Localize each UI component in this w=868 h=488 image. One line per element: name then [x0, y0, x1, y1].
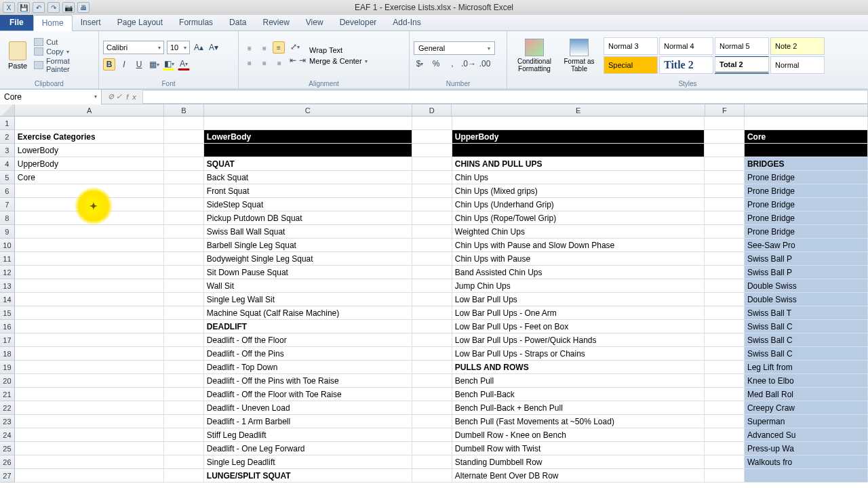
- cell-C6[interactable]: Front Squat: [204, 184, 412, 198]
- cell-F14[interactable]: [705, 293, 745, 306]
- cell-F7[interactable]: [705, 198, 745, 211]
- cell-B15[interactable]: [164, 306, 204, 320]
- col-header-E[interactable]: E: [452, 104, 705, 116]
- cell-F25[interactable]: [705, 442, 745, 455]
- fx-label[interactable]: ⊘ ✓ fx: [102, 92, 142, 101]
- cell-G13[interactable]: Double Swiss: [745, 279, 868, 293]
- decrease-font-icon[interactable]: A▾: [208, 41, 220, 54]
- cell-F17[interactable]: [705, 333, 745, 347]
- cell-C26[interactable]: Single Leg Deadlift: [204, 455, 412, 469]
- cell-E15[interactable]: Low Bar Pull Ups - One Arm: [452, 306, 705, 320]
- format-as-table-button[interactable]: Format as Table: [560, 39, 598, 73]
- cell-A10[interactable]: [15, 239, 164, 252]
- italic-button[interactable]: I: [118, 58, 130, 70]
- copy-button[interactable]: Copy▾: [34, 47, 94, 56]
- fill-color-button[interactable]: ◧▾: [163, 58, 175, 70]
- cell-E14[interactable]: Low Bar Pull Ups: [452, 293, 705, 306]
- cell-F15[interactable]: [705, 306, 745, 320]
- cell-B25[interactable]: [164, 442, 204, 455]
- cell-E4[interactable]: CHINS AND PULL UPS: [452, 157, 705, 171]
- decrease-indent-button[interactable]: ⇤: [289, 54, 297, 66]
- cell-C23[interactable]: Deadlift - 1 Arm Barbell: [204, 415, 412, 428]
- cell-E3[interactable]: [452, 144, 705, 157]
- row-header[interactable]: 3: [0, 144, 15, 157]
- decrease-decimal-button[interactable]: .00: [479, 58, 491, 70]
- underline-button[interactable]: U: [133, 58, 145, 70]
- cell-F10[interactable]: [705, 239, 745, 252]
- cell-B13[interactable]: [164, 279, 204, 293]
- cell-B21[interactable]: [164, 388, 204, 401]
- cell-C4[interactable]: SQUAT: [204, 157, 412, 171]
- cell-B9[interactable]: [164, 225, 204, 239]
- cell-A22[interactable]: [15, 401, 164, 415]
- paste-button[interactable]: Paste: [4, 40, 31, 71]
- tab-formulas[interactable]: Formulas: [171, 14, 221, 30]
- cell-A23[interactable]: [15, 415, 164, 428]
- cell-E13[interactable]: Jump Chin Ups: [452, 279, 705, 293]
- cell-B16[interactable]: [164, 320, 204, 333]
- cell-F19[interactable]: [705, 361, 745, 374]
- cell-E18[interactable]: Low Bar Pull Ups - Straps or Chains: [452, 347, 705, 361]
- row-header[interactable]: 14: [0, 293, 15, 306]
- select-all-button[interactable]: [0, 104, 15, 116]
- cell-C13[interactable]: Wall Sit: [204, 279, 412, 293]
- cell-C19[interactable]: Deadlift - Top Down: [204, 361, 412, 374]
- cell-A3[interactable]: LowerBody: [15, 144, 164, 157]
- cell-G2[interactable]: Core: [745, 130, 868, 144]
- cell-F8[interactable]: [705, 211, 745, 225]
- row-header[interactable]: 4: [0, 157, 15, 171]
- cell-C3[interactable]: [204, 144, 412, 157]
- cell-E9[interactable]: Weighted Chin Ups: [452, 225, 705, 239]
- cell-G20[interactable]: Knee to Elbo: [745, 374, 868, 388]
- row-header[interactable]: 20: [0, 374, 15, 388]
- row-header[interactable]: 13: [0, 279, 15, 293]
- cell-C2[interactable]: LowerBody: [204, 130, 412, 144]
- cell-E20[interactable]: Bench Pull: [452, 374, 705, 388]
- cell-D1[interactable]: [412, 117, 452, 130]
- cell-A11[interactable]: [15, 252, 164, 266]
- cell-G23[interactable]: Superman: [745, 415, 868, 428]
- cell-D11[interactable]: [412, 252, 452, 266]
- cell-G5[interactable]: Prone Bridge: [745, 171, 868, 184]
- cell-E24[interactable]: Dumbell Row - Knee on Bench: [452, 428, 705, 442]
- cell-B27[interactable]: [164, 469, 204, 483]
- cell-E8[interactable]: Chin Ups (Rope/Towel Grip): [452, 211, 705, 225]
- row-header[interactable]: 9: [0, 225, 15, 239]
- cell-B26[interactable]: [164, 455, 204, 469]
- tab-addins[interactable]: Add-Ins: [384, 14, 429, 30]
- cell-D13[interactable]: [412, 279, 452, 293]
- cell-G15[interactable]: Swiss Ball T: [745, 306, 868, 320]
- cell-B17[interactable]: [164, 333, 204, 347]
- row-header[interactable]: 5: [0, 171, 15, 184]
- cell-G24[interactable]: Advanced Su: [745, 428, 868, 442]
- cell-B7[interactable]: [164, 198, 204, 211]
- cell-D21[interactable]: [412, 388, 452, 401]
- cell-C11[interactable]: Bodyweight Single Leg Squat: [204, 252, 412, 266]
- cell-G16[interactable]: Swiss Ball C: [745, 320, 868, 333]
- cell-C5[interactable]: Back Squat: [204, 171, 412, 184]
- bold-button[interactable]: B: [103, 58, 115, 70]
- cell-E27[interactable]: Alternate Bent Over DB Row: [452, 469, 705, 483]
- cell-C12[interactable]: Sit Down Pause Squat: [204, 266, 412, 279]
- cell-A18[interactable]: [15, 347, 164, 361]
- cell-G10[interactable]: See-Saw Pro: [745, 239, 868, 252]
- cell-D9[interactable]: [412, 225, 452, 239]
- cell-B24[interactable]: [164, 428, 204, 442]
- cell-styles-gallery[interactable]: Normal 3 Normal 4 Normal 5 Note 2 Specia…: [604, 37, 825, 74]
- cell-C15[interactable]: Machine Squat (Calf Raise Machine): [204, 306, 412, 320]
- cell-F11[interactable]: [705, 252, 745, 266]
- row-header[interactable]: 1: [0, 117, 15, 130]
- cell-C21[interactable]: Deadlift - Off the Floor with Toe Raise: [204, 388, 412, 401]
- cell-G21[interactable]: Med Ball Rol: [745, 388, 868, 401]
- cell-G18[interactable]: Swiss Ball C: [745, 347, 868, 361]
- cell-A12[interactable]: [15, 266, 164, 279]
- cell-C10[interactable]: Barbell Single Leg Squat: [204, 239, 412, 252]
- cell-G12[interactable]: Swiss Ball P: [745, 266, 868, 279]
- cell-D24[interactable]: [412, 428, 452, 442]
- orientation-button[interactable]: ⤢▾: [289, 41, 301, 53]
- style-special[interactable]: Special: [604, 56, 658, 74]
- cell-B4[interactable]: [164, 157, 204, 171]
- style-total2[interactable]: Total 2: [715, 56, 769, 74]
- cell-E23[interactable]: Bench Pull (Fast Movements at ~50% Load): [452, 415, 705, 428]
- name-box[interactable]: Core▾: [0, 89, 102, 104]
